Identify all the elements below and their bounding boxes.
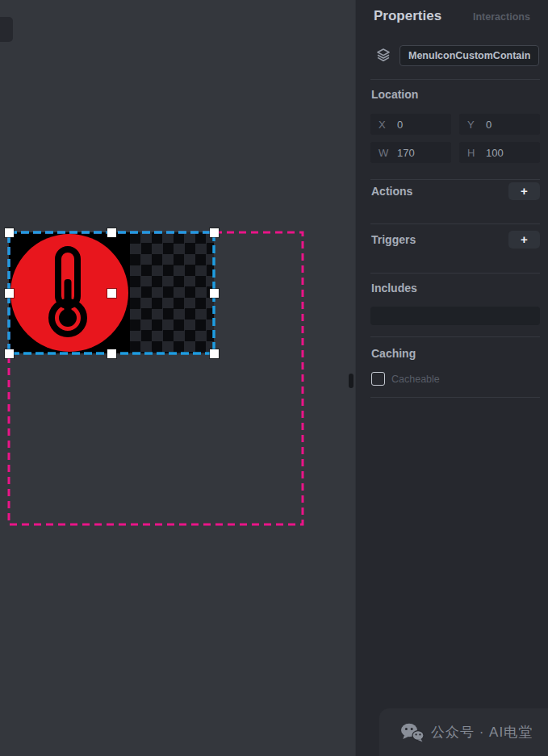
add-trigger-button[interactable]: + (508, 231, 540, 249)
divider (370, 79, 540, 80)
w-field-label: W (379, 147, 390, 159)
canvas-scrollbar-thumb[interactable] (349, 374, 353, 388)
h-field-label: H (467, 147, 479, 159)
element-name-input[interactable] (399, 45, 539, 66)
x-field[interactable]: X 0 (370, 114, 451, 135)
resize-handle-s[interactable] (107, 349, 116, 358)
resize-handle-n[interactable] (107, 228, 116, 237)
resize-handle-se[interactable] (210, 349, 219, 358)
selection-overlay (0, 0, 355, 756)
resize-handle-nw[interactable] (5, 228, 14, 237)
h-field-value: 100 (486, 147, 504, 159)
watermark-badge: 公众号 · AI电堂 (379, 708, 548, 756)
tab-interactions[interactable]: Interactions (473, 11, 530, 23)
includes-input[interactable] (370, 307, 540, 325)
divider (370, 223, 540, 224)
y-field-value: 0 (486, 119, 492, 131)
watermark-text: 公众号 · AI电堂 (431, 723, 533, 741)
y-field-label: Y (467, 119, 479, 131)
divider (370, 397, 540, 398)
divider (370, 336, 540, 337)
divider (370, 179, 540, 180)
section-title-actions: Actions (371, 185, 412, 198)
properties-panel: Properties Interactions Location X 0 Y 0… (355, 0, 548, 756)
resize-handle-sw[interactable] (5, 349, 14, 358)
section-title-triggers: Triggers (371, 233, 416, 246)
move-handle-center[interactable] (107, 289, 116, 298)
x-field-label: X (379, 119, 390, 131)
design-canvas[interactable] (0, 0, 355, 756)
cacheable-checkbox-label: Cacheable (391, 374, 440, 385)
w-field[interactable]: W 170 (370, 142, 451, 163)
w-field-value: 170 (397, 147, 415, 159)
divider (370, 273, 540, 274)
section-title-location: Location (371, 88, 418, 101)
wechat-icon (400, 723, 425, 742)
section-title-caching: Caching (371, 347, 416, 360)
resize-handle-ne[interactable] (210, 228, 219, 237)
h-field[interactable]: H 100 (459, 142, 540, 163)
transparency-checkerboard (130, 232, 214, 353)
resize-handle-w[interactable] (5, 289, 14, 298)
x-field-value: 0 (397, 119, 403, 131)
y-field[interactable]: Y 0 (459, 114, 540, 135)
cacheable-checkbox[interactable] (371, 372, 385, 386)
tab-properties[interactable]: Properties (374, 8, 441, 24)
add-action-button[interactable]: + (508, 182, 540, 200)
layers-icon (376, 48, 391, 65)
collapsed-sidebar-tab[interactable] (0, 17, 13, 42)
app-root: Properties Interactions Location X 0 Y 0… (0, 0, 548, 756)
resize-handle-e[interactable] (210, 289, 219, 298)
section-title-includes: Includes (371, 282, 417, 294)
